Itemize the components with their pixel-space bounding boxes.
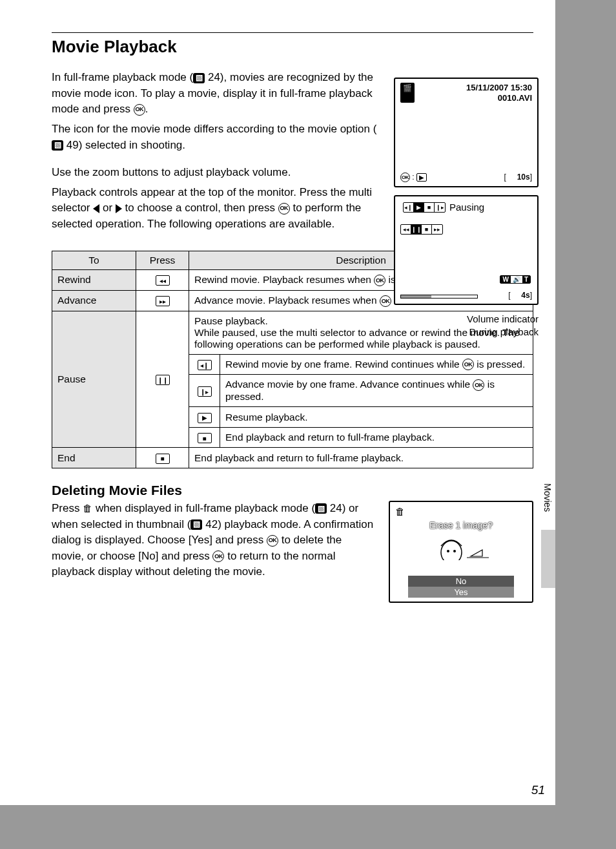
ok-button-icon: OK — [400, 173, 410, 182]
text-fragment: In full-frame playback mode ( — [52, 71, 193, 83]
resume-desc: Resume playback. — [220, 407, 533, 428]
zoom-volume-indicator: W🔊T — [500, 273, 531, 284]
right-arrow-icon — [116, 204, 122, 213]
ok-button-icon: OK — [212, 550, 224, 562]
stop-icon: ■ — [198, 433, 212, 443]
advance-button-icon: ▸▸ — [156, 296, 170, 306]
page-ref: 42 — [205, 518, 218, 530]
text-fragment: or — [99, 202, 116, 214]
frame-advance-desc: Advance movie by one frame. Advance cont… — [220, 375, 533, 407]
ok-button-icon: OK — [134, 104, 145, 116]
stop-desc: End playback and return to full-frame pl… — [220, 427, 533, 448]
intro-paragraph-1: In full-frame playback mode (▧ 24), movi… — [52, 70, 381, 118]
row-rewind-label: Rewind — [52, 269, 136, 290]
trash-icon — [395, 506, 405, 517]
zoom-w: W — [500, 276, 510, 283]
ok-button-icon: OK — [278, 203, 290, 215]
row-advance-label: Advance — [52, 290, 136, 311]
section-tab: Movies — [540, 478, 555, 517]
face-illustration — [390, 533, 532, 565]
erase-question: Erase 1 image? — [390, 520, 532, 530]
ref-icon: ▧ — [190, 519, 202, 530]
text-fragment: Rewind movie by one frame. Rewind contin… — [225, 359, 462, 370]
text-fragment: Advance movie by one frame. Advance cont… — [225, 379, 473, 390]
zoom-t: T — [522, 276, 530, 283]
page-ref: 24 — [208, 71, 220, 83]
text-fragment: is pressed. — [474, 359, 525, 370]
col-press: Press — [136, 251, 189, 269]
rewind-button-icon: ◂◂ — [156, 275, 170, 286]
ok-button-icon: OK — [374, 275, 385, 286]
erase-option-no: No — [408, 576, 514, 587]
text-fragment: Rewind movie. Playback resumes when — [194, 274, 374, 285]
svg-point-1 — [447, 550, 449, 552]
frame-rewind-icon: ◂❙ — [198, 360, 212, 370]
screen-datetime: 15/11/2007 15:30 — [466, 83, 532, 93]
left-arrow-icon — [93, 204, 99, 213]
play-icon: ▶ — [416, 173, 427, 182]
playback-screen-preview: 🎬 15/11/2007 15:30 0010.AVI OK : ▶ [ 10s… — [394, 78, 539, 187]
resume-icon: ▶ — [198, 413, 212, 423]
deleting-heading: Deleting Movie Files — [52, 483, 533, 498]
text-fragment: when displayed in full-frame playback mo… — [92, 502, 315, 514]
intro-paragraph-2: The icon for the movie mode differs acco… — [52, 121, 381, 153]
row-end-label: End — [52, 448, 136, 468]
trash-icon — [83, 502, 92, 514]
text-fragment: The icon for the movie mode differs acco… — [52, 123, 376, 135]
svg-point-2 — [453, 550, 456, 552]
ref-icon: ▧ — [315, 503, 327, 514]
control-strip-icon: ◂❙▶■❙▸ — [403, 202, 446, 213]
ok-button-icon: OK — [473, 379, 484, 391]
row-pause-label: Pause — [52, 311, 136, 448]
page-ref: 24 — [330, 502, 342, 514]
pausing-label: Pausing — [449, 202, 484, 213]
col-to: To — [52, 251, 136, 269]
ok-button-icon: OK — [267, 535, 278, 547]
screen-filename: 0010.AVI — [466, 93, 532, 103]
pause-button-icon: ❙❙ — [156, 375, 170, 385]
text-fragment: . — [145, 103, 149, 115]
caption-volume: Volume indicator — [394, 313, 539, 326]
page-title: Movie Playback — [52, 37, 533, 57]
paragraph-4: Playback controls appear at the top of t… — [52, 185, 381, 233]
screen-duration: 10s — [517, 173, 530, 182]
ref-icon: ▧ — [193, 73, 205, 83]
row-end-desc: End playback and return to full-frame pl… — [189, 448, 533, 468]
screen-duration: 4s — [521, 291, 529, 300]
text-fragment: to choose a control, then press — [122, 202, 278, 214]
pausing-screen-preview: ◂❙▶■❙▸ Pausing ◂◂❙❙■▸▸ W🔊T [ 4s] — [394, 195, 539, 305]
ref-icon: ▧ — [52, 140, 63, 151]
page-ref: 49 — [67, 139, 79, 151]
page-number: 51 — [531, 783, 545, 797]
svg-point-0 — [441, 541, 462, 560]
control-strip-icon: ◂◂❙❙■▸▸ — [400, 224, 443, 235]
thumb-tab — [541, 530, 555, 588]
movie-mode-icon: 🎬 — [400, 83, 415, 103]
frame-rewind-desc: Rewind movie by one frame. Rewind contin… — [220, 354, 533, 375]
text-fragment: Press — [52, 502, 83, 514]
erase-option-yes: Yes — [408, 587, 514, 598]
caption-playback: During playback — [394, 326, 539, 339]
erase-confirm-screen: Erase 1 image? No Yes — [389, 501, 533, 603]
frame-advance-icon: ❙▸ — [198, 386, 212, 397]
paragraph-3: Use the zoom buttons to adjust playback … — [52, 165, 381, 181]
ok-button-icon: OK — [462, 359, 474, 370]
text-fragment: ) selected in shooting. — [79, 139, 185, 151]
delete-paragraph: Press when displayed in full-frame playb… — [52, 501, 376, 580]
ok-button-icon: OK — [380, 295, 391, 307]
text-fragment: Advance movie. Playback resumes when — [194, 295, 380, 306]
end-button-icon: ■ — [156, 454, 170, 464]
